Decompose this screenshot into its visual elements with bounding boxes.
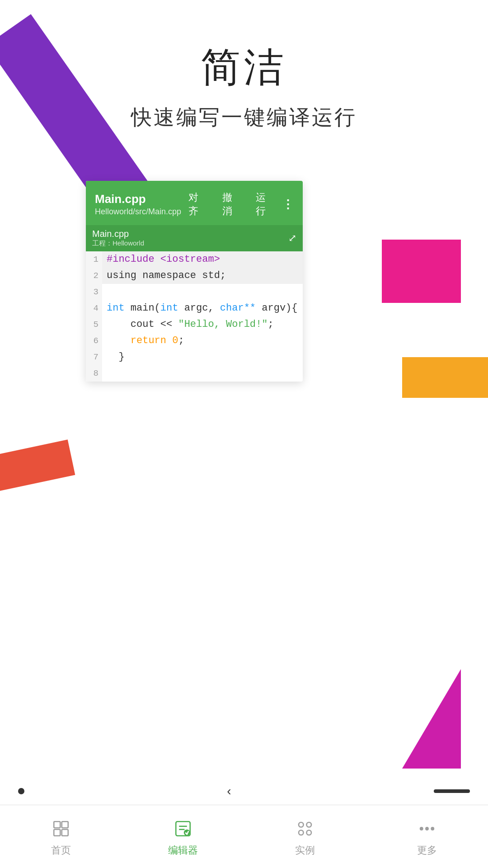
examples-nav-icon (293, 816, 317, 841)
editor-filepath: Helloworld/src/Main.cpp (95, 207, 181, 217)
svg-point-12 (420, 827, 422, 830)
svg-point-10 (299, 830, 304, 835)
svg-rect-1 (54, 829, 60, 835)
align-button[interactable]: 对齐 (181, 189, 206, 220)
home-nav-label: 首页 (51, 844, 71, 857)
decoration-pink-rect (382, 240, 461, 303)
tab-filename: Main.cpp (92, 229, 144, 239)
more-nav-label: 更多 (417, 844, 437, 857)
run-button[interactable]: 运行 (249, 189, 273, 220)
expand-icon[interactable]: ⤢ (288, 232, 296, 244)
code-line-1: 1 #include <iostream> (86, 251, 303, 268)
line-number-2: 2 (86, 268, 102, 284)
line-number-6: 6 (86, 333, 102, 349)
code-line-3: 3 (86, 284, 303, 300)
home-nav-icon (49, 816, 73, 841)
svg-point-14 (432, 827, 434, 830)
code-line-5: 5 cout << "Hello, World!"; (86, 316, 303, 333)
status-dot (18, 788, 24, 794)
code-content-2: using namespace std; (102, 268, 303, 284)
back-button[interactable]: ‹ (227, 784, 231, 798)
code-content-5: cout << "Hello, World!"; (102, 316, 303, 333)
code-content-8 (102, 365, 303, 382)
header: 简洁 快速编写一键编译运行 (0, 0, 488, 132)
more-menu-button[interactable]: ⋮ (282, 198, 294, 212)
status-bar: ‹ (0, 780, 488, 802)
code-content-6: return 0; (102, 333, 303, 349)
line-number-3: 3 (86, 284, 102, 300)
page-subtitle: 快速编写一键编译运行 (0, 104, 488, 132)
page-title: 简洁 (0, 41, 488, 94)
code-line-7: 7 } (86, 349, 303, 365)
line-number-1: 1 (86, 251, 102, 268)
code-content-4: int main(int argc, char** argv){ (102, 300, 303, 316)
examples-nav-label: 实例 (295, 844, 315, 857)
decoration-orange-rect (402, 357, 488, 398)
svg-point-9 (307, 822, 312, 827)
toolbar-actions: 对齐 撤消 运行 ⋮ (181, 189, 294, 220)
tab-project: 工程：Helloworld (92, 239, 144, 248)
nav-item-more[interactable]: 更多 (366, 816, 488, 857)
svg-point-11 (307, 830, 312, 835)
code-line-4: 4 int main(int argc, char** argv){ (86, 300, 303, 316)
decoration-red-rect (0, 439, 75, 492)
code-line-2: 2 using namespace std; (86, 268, 303, 284)
svg-point-8 (299, 822, 304, 827)
more-nav-icon (415, 816, 439, 841)
line-number-7: 7 (86, 349, 102, 365)
svg-rect-3 (62, 829, 68, 835)
code-line-6: 6 return 0; (86, 333, 303, 349)
editor-filename: Main.cpp (95, 192, 181, 206)
decoration-magenta-triangle (402, 669, 461, 769)
editor-tab-bar: Main.cpp 工程：Helloworld ⤢ (86, 225, 303, 251)
editor-toolbar: Main.cpp Helloworld/src/Main.cpp 对齐 撤消 运… (86, 181, 303, 225)
file-info: Main.cpp Helloworld/src/Main.cpp (95, 192, 181, 217)
editor-tab[interactable]: Main.cpp 工程：Helloworld (92, 229, 144, 248)
svg-rect-0 (54, 821, 60, 828)
code-content-3 (102, 284, 303, 300)
nav-item-examples[interactable]: 实例 (244, 816, 366, 857)
code-area[interactable]: 1 #include <iostream> 2 using namespace … (86, 251, 303, 382)
editor-nav-label: 编辑器 (168, 844, 198, 857)
nav-item-home[interactable]: 首页 (0, 816, 122, 857)
svg-rect-2 (62, 821, 68, 828)
bottom-nav: 首页 编辑器 实例 (0, 805, 488, 868)
editor-card: Main.cpp Helloworld/src/Main.cpp 对齐 撤消 运… (86, 181, 303, 382)
nav-item-editor[interactable]: 编辑器 (122, 816, 244, 857)
undo-button[interactable]: 撤消 (215, 189, 239, 220)
line-number-8: 8 (86, 365, 102, 382)
line-number-4: 4 (86, 300, 102, 316)
editor-nav-icon (171, 816, 195, 841)
code-line-8: 8 (86, 365, 303, 382)
svg-point-13 (426, 827, 428, 830)
home-indicator[interactable] (434, 789, 470, 793)
code-content-7: } (102, 349, 303, 365)
line-number-5: 5 (86, 316, 102, 333)
code-content-1: #include <iostream> (102, 251, 303, 268)
